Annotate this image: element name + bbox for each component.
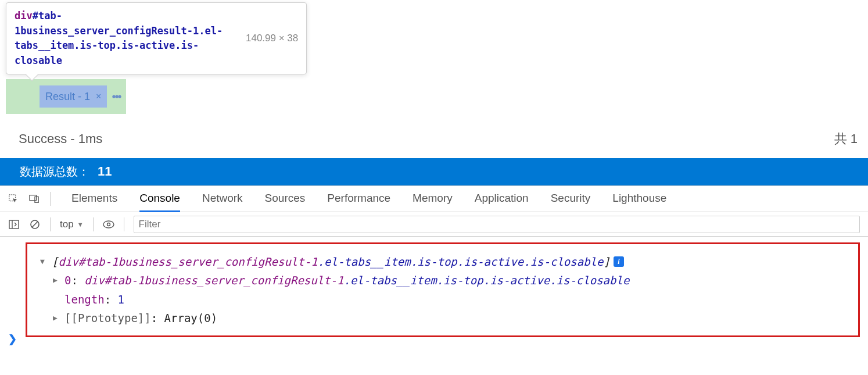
console-toolbar: top ▼: [0, 212, 868, 237]
tab-lighthouse[interactable]: Lighthouse: [612, 186, 666, 212]
element-selector-classes: .el-tabs__item.is-top.is-active.is-closa…: [343, 274, 629, 287]
disclosure-triangle-icon[interactable]: ▶: [53, 312, 61, 324]
sidebar-toggle-icon[interactable]: [8, 219, 20, 230]
svg-point-7: [103, 221, 114, 228]
filter-input[interactable]: [134, 216, 860, 233]
devtools-tabs: Elements Console Network Sources Perform…: [71, 186, 666, 212]
device-toolbar-icon[interactable]: [29, 194, 40, 204]
console-line-prototype[interactable]: ▶ [[Prototype]]: Array(0): [40, 309, 847, 327]
console-output: ▼ [div#tab-1business_server_configResult…: [0, 237, 868, 347]
tab-memory[interactable]: Memory: [413, 186, 453, 212]
array-index: 0: [64, 274, 71, 287]
page-content: div#tab-1business_server_configResult-1.…: [0, 0, 868, 185]
svg-rect-1: [30, 195, 37, 201]
separator: :: [151, 312, 164, 324]
tab-elements[interactable]: Elements: [71, 186, 117, 212]
datasource-banner: 数据源总数： 11: [0, 158, 868, 185]
tab-application[interactable]: Application: [475, 186, 529, 212]
status-text: Success - 1ms: [19, 131, 102, 147]
console-line-length[interactable]: ▶ length: 1: [40, 290, 847, 309]
divider: [50, 217, 51, 231]
property-key: [[Prototype]]: [64, 312, 151, 324]
inspected-tab-highlight: Result - 1 × •••: [6, 79, 126, 114]
close-bracket: ]: [603, 255, 609, 268]
inspector-tooltip: div#tab-1business_server_configResult-1.…: [6, 2, 307, 74]
svg-line-6: [32, 222, 38, 227]
context-selector[interactable]: top ▼: [60, 219, 84, 230]
tab-sources[interactable]: Sources: [265, 186, 306, 212]
inspect-element-icon[interactable]: [8, 194, 19, 204]
context-label: top: [60, 219, 74, 230]
devtools-tab-bar: Elements Console Network Sources Perform…: [0, 185, 868, 212]
more-icon[interactable]: •••: [112, 90, 120, 103]
property-value: 1: [118, 293, 124, 306]
tab-console[interactable]: Console: [139, 186, 180, 212]
status-count: 共 1: [834, 130, 858, 148]
separator: :: [71, 274, 84, 287]
disclosure-triangle-icon[interactable]: ▶: [53, 274, 61, 287]
open-bracket: [: [52, 255, 58, 268]
disclosure-triangle-icon[interactable]: ▼: [40, 255, 48, 268]
element-selector-classes: .el-tabs__item.is-top.is-active.is-closa…: [318, 255, 604, 268]
close-icon[interactable]: ×: [96, 91, 101, 102]
divider: [50, 192, 51, 206]
tooltip-tag: div: [15, 10, 33, 22]
divider: [93, 217, 94, 231]
console-line-array[interactable]: ▼ [div#tab-1business_server_configResult…: [40, 252, 847, 271]
property-value: Array(0): [164, 312, 218, 324]
tab-performance[interactable]: Performance: [327, 186, 390, 212]
live-expression-icon[interactable]: [103, 219, 114, 230]
divider: [124, 217, 124, 231]
result-tab-label: Result - 1: [45, 91, 90, 103]
svg-point-8: [107, 223, 110, 226]
result-tab[interactable]: Result - 1 ×: [40, 85, 107, 108]
element-selector-tag: div#tab-1business_server_configResult-1: [58, 255, 317, 268]
separator: :: [105, 293, 118, 306]
console-line-index[interactable]: ▶ 0: div#tab-1business_server_configResu…: [40, 271, 847, 290]
highlighted-output: ▼ [div#tab-1business_server_configResult…: [26, 242, 860, 337]
tab-network[interactable]: Network: [202, 186, 243, 212]
tooltip-selector: div#tab-1business_server_configResult-1.…: [15, 9, 235, 68]
svg-rect-3: [9, 220, 19, 228]
property-key: length: [64, 293, 105, 306]
chevron-down-icon: ▼: [77, 221, 84, 228]
tooltip-dimensions: 140.99 × 38: [246, 31, 298, 46]
info-icon[interactable]: i: [614, 256, 624, 267]
element-selector-tag: div#tab-1business_server_configResult-1: [84, 274, 343, 287]
clear-console-icon[interactable]: [29, 219, 41, 230]
banner-count: 11: [98, 164, 112, 179]
tab-security[interactable]: Security: [551, 186, 591, 212]
banner-label: 数据源总数：: [20, 164, 89, 180]
status-row: Success - 1ms 共 1: [0, 114, 868, 158]
tooltip-selector-rest: #tab-1business_server_configResult-1.el-…: [15, 10, 223, 66]
console-prompt-icon[interactable]: ❯: [8, 333, 17, 345]
